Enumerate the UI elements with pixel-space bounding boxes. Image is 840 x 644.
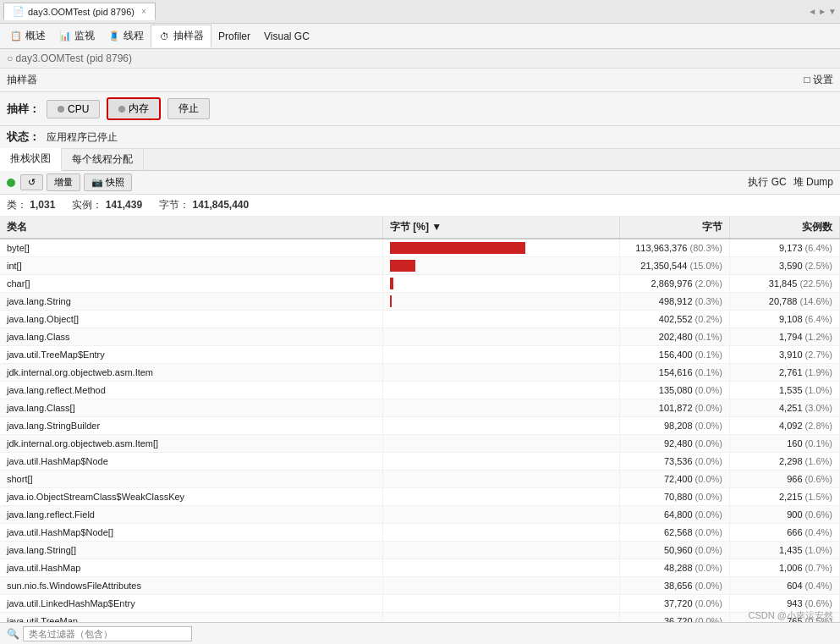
monitor-icon: 📊 — [59, 30, 71, 42]
cell-classname: java.lang.String[] — [0, 542, 383, 559]
cell-bytes-bar — [383, 417, 620, 435]
header-instances[interactable]: 实例数 — [730, 217, 840, 239]
toolbar-gc-btn[interactable]: 执行 GC — [748, 175, 786, 190]
class-label: 类： — [7, 199, 27, 211]
cell-classname: char[] — [0, 275, 383, 293]
status-row: 状态： 应用程序已停止 — [0, 126, 840, 149]
menu-visualgc[interactable]: Visual GC — [257, 27, 316, 46]
cell-bytes-bar — [383, 453, 620, 471]
cell-bytes: 2,869,976 (2.0%) — [620, 275, 730, 293]
table-row[interactable]: java.lang.reflect.Method 135,080 (0.0%) … — [0, 382, 840, 399]
table-row[interactable]: int[] 21,350,544 (15.0%) 3,590 (2.5%) — [0, 257, 840, 275]
table-row[interactable]: jdk.internal.org.objectweb.asm.Item[] 92… — [0, 435, 840, 453]
cell-classname: java.lang.String — [0, 293, 383, 311]
memory-button[interactable]: 内存 — [107, 97, 161, 120]
table-row[interactable]: java.lang.String[] 50,960 (0.0%) 1,435 (… — [0, 542, 840, 559]
cell-classname: java.lang.StringBuilder — [0, 417, 383, 435]
table-row[interactable]: java.util.HashMap 48,288 (0.0%) 1,006 (0… — [0, 559, 840, 577]
status-value: 应用程序已停止 — [47, 130, 118, 145]
table-row[interactable]: java.lang.String 498,912 (0.3%) 20,788 (… — [0, 293, 840, 311]
nav-right-btn[interactable]: ► — [818, 7, 826, 16]
tab-icon: 📄 — [13, 6, 25, 17]
cell-classname: java.util.TreeMap$Entry — [0, 346, 383, 364]
cell-instances: 4,092 (2.8%) — [730, 417, 840, 435]
table-row[interactable]: jdk.internal.org.objectweb.asm.Item 154,… — [0, 364, 840, 382]
sort-desc-icon: ▼ — [431, 221, 442, 233]
header-classname[interactable]: 类名 — [0, 217, 383, 239]
cell-bytes-bar — [383, 293, 620, 311]
table-row[interactable]: java.util.HashMap$Node 73,536 (0.0%) 2,2… — [0, 453, 840, 471]
table-row[interactable]: byte[] 113,963,376 (80.3%) 9,173 (6.4%) — [0, 239, 840, 257]
title-bar: 📄 day3.OOMTest (pid 8796) × ◄ ► ▼ — [0, 0, 840, 24]
cell-classname: java.lang.Class — [0, 328, 383, 346]
cell-instances: 9,173 (6.4%) — [730, 239, 840, 257]
cell-bytes: 498,912 (0.3%) — [620, 293, 730, 311]
sampler-title: 抽样器 — [7, 73, 37, 87]
cell-instances: 2,761 (1.9%) — [730, 364, 840, 382]
cell-bytes-bar — [383, 382, 620, 399]
cell-bytes-bar — [383, 595, 620, 613]
watermark: CSDN @小幸运安然 — [749, 609, 833, 622]
table-row[interactable]: java.util.HashMap$Node[] 62,568 (0.0%) 6… — [0, 524, 840, 542]
tab-close-btn[interactable]: × — [141, 7, 146, 16]
table-row[interactable]: java.util.TreeMap$Entry 156,400 (0.1%) 3… — [0, 346, 840, 364]
table-row[interactable]: java.lang.Class[] 101,872 (0.0%) 4,251 (… — [0, 399, 840, 417]
menu-sampler[interactable]: ⏱ 抽样器 — [151, 25, 211, 47]
cell-bytes: 135,080 (0.0%) — [620, 382, 730, 399]
toolbar-increment-btn[interactable]: 增量 — [47, 173, 80, 191]
table-row[interactable]: short[] 72,400 (0.0%) 966 (0.6%) — [0, 471, 840, 488]
nav-down-btn[interactable]: ▼ — [828, 7, 837, 16]
cell-instances: 20,788 (14.6%) — [730, 293, 840, 311]
bytes-value: 141,845,440 — [192, 199, 249, 211]
main-tab[interactable]: 📄 day3.OOMTest (pid 8796) × — [3, 3, 156, 20]
app-radio-icon: ○ — [7, 52, 16, 64]
cpu-dot-icon — [58, 106, 64, 113]
header-bytes-pct[interactable]: 字节 [%] ▼ — [383, 217, 620, 239]
menu-threads[interactable]: 🧵 线程 — [102, 25, 151, 47]
cell-bytes: 37,720 (0.0%) — [620, 595, 730, 613]
cpu-button[interactable]: CPU — [47, 100, 100, 118]
table-row[interactable]: java.util.LinkedHashMap$Entry 37,720 (0.… — [0, 595, 840, 613]
table-row[interactable]: java.io.ObjectStreamClass$WeakClassKey 7… — [0, 488, 840, 506]
table-row[interactable]: java.lang.reflect.Field 64,800 (0.0%) 90… — [0, 506, 840, 524]
menu-profiler-label: Profiler — [218, 30, 250, 42]
cell-bytes: 48,288 (0.0%) — [620, 559, 730, 577]
table-row[interactable]: java.lang.Class 202,480 (0.1%) 1,794 (1.… — [0, 328, 840, 346]
cell-bytes: 156,400 (0.1%) — [620, 346, 730, 364]
menu-profiler[interactable]: Profiler — [211, 27, 257, 46]
tab-perthread[interactable]: 每个线程分配 — [62, 149, 144, 170]
menu-threads-label: 线程 — [124, 29, 144, 43]
controls-row: 抽样： CPU 内存 停止 — [0, 92, 840, 126]
table-row[interactable]: sun.nio.fs.WindowsFileAttributes 38,656 … — [0, 577, 840, 595]
table-row[interactable]: java.lang.Object[] 402,552 (0.2%) 9,108 … — [0, 311, 840, 328]
toolbar-heap-dump-btn[interactable]: 堆 Dump — [793, 175, 833, 190]
cell-instances: 3,910 (2.7%) — [730, 346, 840, 364]
table-row[interactable]: char[] 2,869,976 (2.0%) 31,845 (22.5%) — [0, 275, 840, 293]
toolbar-row: ↺ 增量 📷 快照 执行 GC 堆 Dump — [0, 171, 840, 195]
menu-overview[interactable]: 📋 概述 — [3, 25, 52, 47]
instance-value: 141,439 — [106, 199, 142, 211]
cell-instances: 666 (0.4%) — [730, 524, 840, 542]
app-title-bar: ○ day3.OOMTest (pid 8796) — [0, 49, 840, 69]
cell-classname: jdk.internal.org.objectweb.asm.Item — [0, 364, 383, 382]
cell-classname: java.io.ObjectStreamClass$WeakClassKey — [0, 488, 383, 506]
filter-input[interactable] — [23, 626, 192, 641]
stop-button[interactable]: 停止 — [167, 98, 210, 119]
menu-monitor[interactable]: 📊 监视 — [52, 25, 102, 47]
header-bytes[interactable]: 字节 — [620, 217, 730, 239]
cell-classname: java.lang.reflect.Method — [0, 382, 383, 399]
cell-bytes-bar — [383, 275, 620, 293]
cell-classname: java.lang.Object[] — [0, 311, 383, 328]
table-row[interactable]: java.lang.StringBuilder 98,208 (0.0%) 4,… — [0, 417, 840, 435]
threads-icon: 🧵 — [108, 30, 120, 42]
stop-button-label: 停止 — [178, 102, 199, 116]
cell-bytes-bar — [383, 488, 620, 506]
settings-button[interactable]: □ 设置 — [804, 73, 833, 87]
toolbar-snapshot-btn[interactable]: 📷 快照 — [84, 173, 132, 191]
toolbar-refresh-btn[interactable]: ↺ — [20, 174, 43, 190]
cell-bytes-bar — [383, 435, 620, 453]
cell-bytes: 92,480 (0.0%) — [620, 435, 730, 453]
tab-heap[interactable]: 推栈状图 — [0, 148, 62, 171]
nav-left-btn[interactable]: ◄ — [808, 7, 816, 16]
cell-bytes: 62,568 (0.0%) — [620, 524, 730, 542]
